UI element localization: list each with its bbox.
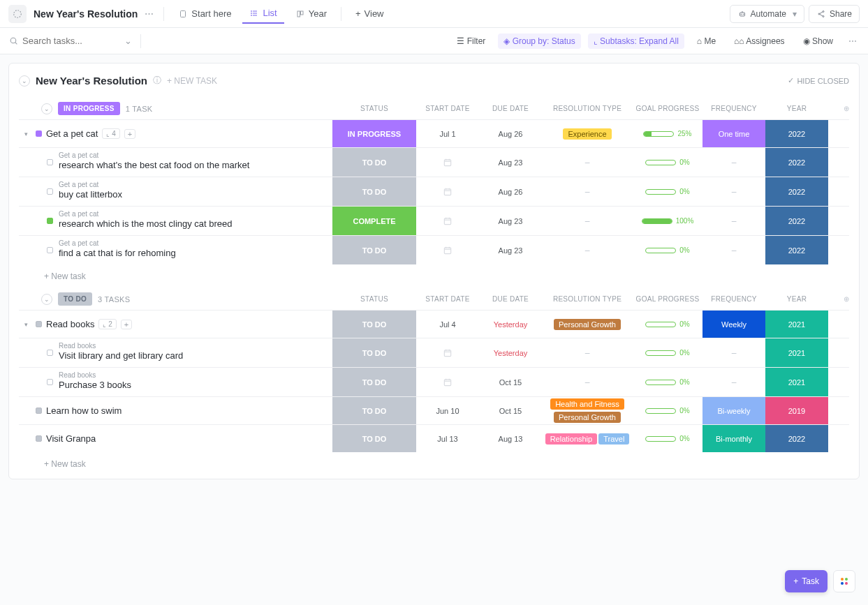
fab-apps[interactable]: [833, 570, 855, 592]
resolution-type-cell[interactable]: –: [542, 148, 633, 177]
frequency-cell[interactable]: –: [703, 207, 765, 235]
calendar-icon[interactable]: [443, 216, 453, 226]
goal-progress-cell[interactable]: 0%: [633, 311, 703, 338]
goal-progress-cell[interactable]: 0%: [633, 148, 703, 177]
frequency-cell[interactable]: Weekly: [703, 311, 765, 338]
goal-progress-cell[interactable]: 0%: [633, 236, 703, 264]
start-date-cell[interactable]: [416, 236, 479, 264]
filter-chip[interactable]: ☰ Filter: [451, 33, 491, 49]
goal-progress-cell[interactable]: 0%: [633, 397, 703, 424]
due-date-cell[interactable]: Aug 26: [479, 120, 542, 147]
add-subtask-icon[interactable]: +: [124, 129, 135, 139]
show-chip[interactable]: ◉ Show: [797, 33, 839, 49]
panel-collapse-icon[interactable]: ⌄: [19, 75, 30, 87]
filterbar-more-icon[interactable]: ⋯: [846, 36, 860, 46]
nav-start-here[interactable]: Start here: [171, 4, 238, 23]
expand-caret-icon[interactable]: ▾: [24, 130, 31, 137]
year-cell[interactable]: 2022: [765, 177, 828, 206]
start-date-cell[interactable]: Jun 10: [416, 397, 479, 424]
due-date-cell[interactable]: Aug 26: [479, 177, 542, 206]
fab-new-task[interactable]: + Task: [785, 570, 827, 592]
me-chip[interactable]: ⌂ Me: [691, 33, 721, 49]
due-date-cell[interactable]: Oct 15: [479, 397, 542, 424]
subtask-row[interactable]: Get a pet cat find a cat that is for reh…: [19, 235, 849, 264]
start-date-cell[interactable]: Jul 1: [416, 120, 479, 147]
assignees-chip[interactable]: ⌂⌂ Assignees: [728, 33, 790, 49]
subtask-name[interactable]: buy cat litterbox: [59, 188, 122, 201]
calendar-icon[interactable]: [443, 378, 453, 387]
status-square[interactable]: [36, 321, 42, 327]
status-square[interactable]: [36, 408, 42, 414]
goal-progress-cell[interactable]: 25%: [633, 120, 703, 147]
subtask-name[interactable]: find a cat that is for rehoming: [59, 247, 176, 260]
status-cell[interactable]: TO DO: [332, 311, 416, 338]
subtask-count-pill[interactable]: ⌞ 2: [98, 319, 116, 329]
resolution-type-cell[interactable]: –: [542, 177, 633, 206]
add-subtask-icon[interactable]: +: [121, 320, 132, 329]
automate-button[interactable]: Automate ▾: [730, 5, 804, 23]
nav-list[interactable]: List: [242, 3, 284, 24]
subtask-row[interactable]: Get a pet cat research what's the best c…: [19, 147, 849, 177]
calendar-icon[interactable]: [443, 348, 453, 358]
tag-travel[interactable]: Travel: [598, 433, 629, 445]
frequency-cell[interactable]: –: [703, 148, 765, 177]
groupby-chip[interactable]: ◈ Group by: Status: [498, 33, 580, 49]
goal-progress-cell[interactable]: 100%: [633, 207, 703, 235]
info-icon[interactable]: ⓘ: [153, 75, 161, 87]
expand-caret-icon[interactable]: ▾: [24, 321, 31, 328]
start-date-cell[interactable]: [416, 177, 479, 206]
group-status-pill[interactable]: IN PROGRESS: [58, 102, 120, 115]
search-input[interactable]: [22, 36, 120, 46]
share-button[interactable]: Share: [809, 5, 860, 23]
task-row[interactable]: Visit Granpa TO DO Jul 13 Aug 13 Relatio…: [19, 424, 849, 452]
subtask-name[interactable]: research what's the best cat food on the…: [59, 159, 249, 172]
add-column-icon[interactable]: ⊕: [844, 295, 849, 303]
subtasks-chip[interactable]: ⌞ Subtasks: Expand All: [588, 33, 684, 49]
subtask-status-square[interactable]: [47, 379, 53, 385]
year-cell[interactable]: 2021: [765, 311, 828, 338]
group-collapse-icon[interactable]: ⌄: [41, 294, 52, 305]
subtask-status-square[interactable]: [47, 218, 53, 224]
resolution-type-cell[interactable]: Experience: [542, 120, 633, 147]
frequency-cell[interactable]: Bi-weekly: [703, 397, 765, 424]
group-status-pill[interactable]: TO DO: [58, 292, 92, 306]
new-task-link[interactable]: + New task: [19, 264, 849, 284]
task-row[interactable]: ▾ Get a pet cat ⌞ 4+ IN PROGRESS Jul 1 A…: [19, 119, 849, 147]
subtask-status-square[interactable]: [47, 188, 53, 195]
year-cell[interactable]: 2021: [765, 338, 828, 367]
subtask-status-square[interactable]: [47, 247, 53, 253]
due-date-cell[interactable]: Aug 23: [479, 207, 542, 235]
due-date-cell[interactable]: Aug 13: [479, 425, 542, 452]
subtask-row[interactable]: Read books Purchase 3 books TO DO Oct 15…: [19, 367, 849, 396]
goal-progress-cell[interactable]: 0%: [633, 338, 703, 367]
frequency-cell[interactable]: One time: [703, 120, 765, 147]
task-name[interactable]: Learn how to swim: [46, 405, 122, 416]
title-more-icon[interactable]: ⋯: [142, 8, 156, 19]
status-square[interactable]: [36, 130, 42, 137]
status-cell[interactable]: TO DO: [332, 177, 416, 206]
calendar-icon[interactable]: [443, 246, 453, 255]
task-row[interactable]: ▾ Read books ⌞ 2+ TO DO Jul 4 Yesterday …: [19, 310, 849, 338]
frequency-cell[interactable]: –: [703, 368, 765, 396]
workspace-icon[interactable]: [8, 5, 27, 23]
due-date-cell[interactable]: Yesterday: [479, 311, 542, 338]
goal-progress-cell[interactable]: 0%: [633, 177, 703, 206]
year-cell[interactable]: 2022: [765, 120, 828, 147]
subtask-name[interactable]: research which is the most clingy cat br…: [59, 218, 233, 230]
start-date-cell[interactable]: [416, 368, 479, 396]
goal-progress-cell[interactable]: 0%: [633, 368, 703, 396]
nav-year[interactable]: Year: [288, 4, 334, 23]
search-chevron-icon[interactable]: ⌄: [124, 36, 132, 46]
hide-closed-toggle[interactable]: ✓ HIDE CLOSED: [788, 76, 849, 85]
resolution-type-cell[interactable]: Personal Growth: [542, 311, 633, 338]
frequency-cell[interactable]: –: [703, 338, 765, 367]
due-date-cell[interactable]: Oct 15: [479, 368, 542, 396]
subtask-name[interactable]: Visit library and get library card: [59, 350, 183, 362]
calendar-icon[interactable]: [443, 187, 453, 197]
goal-progress-cell[interactable]: 0%: [633, 425, 703, 452]
start-date-cell[interactable]: [416, 338, 479, 367]
subtask-row[interactable]: Get a pet cat research which is the most…: [19, 206, 849, 235]
status-cell[interactable]: TO DO: [332, 338, 416, 367]
status-cell[interactable]: IN PROGRESS: [332, 120, 416, 147]
group-collapse-icon[interactable]: ⌄: [41, 103, 52, 114]
